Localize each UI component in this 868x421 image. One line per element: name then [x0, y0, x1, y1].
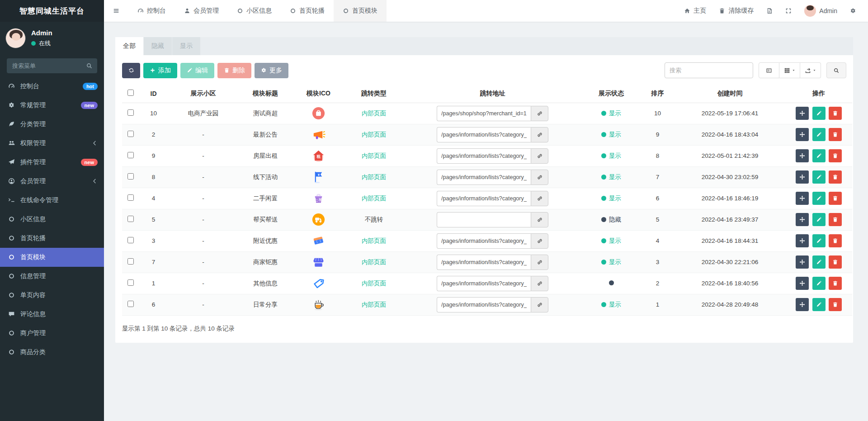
jump-url-input[interactable] — [437, 148, 531, 164]
row-checkbox[interactable] — [127, 109, 134, 116]
drag-sort-button[interactable] — [796, 298, 809, 311]
row-delete-button[interactable] — [829, 170, 842, 184]
row-edit-button[interactable] — [812, 107, 826, 120]
sidebar-item-6[interactable]: 会员管理 — [0, 172, 104, 191]
sidebar-search-input[interactable] — [7, 58, 97, 73]
link-button[interactable] — [531, 276, 548, 291]
drag-sort-button[interactable] — [796, 170, 809, 184]
jump-url-input[interactable] — [437, 106, 531, 121]
link-button[interactable] — [531, 148, 548, 164]
row-delete-button[interactable] — [829, 255, 842, 269]
detail-view-button[interactable] — [759, 62, 779, 78]
sidebar-item-4[interactable]: 权限管理 — [0, 134, 104, 153]
link-button[interactable] — [531, 170, 548, 185]
row-delete-button[interactable] — [829, 107, 842, 120]
drag-sort-button[interactable] — [796, 213, 809, 226]
sidebar-item-12[interactable]: 单页内容 — [0, 286, 104, 305]
row-delete-button[interactable] — [829, 277, 842, 290]
drag-sort-button[interactable] — [796, 234, 809, 247]
row-edit-button[interactable] — [812, 298, 826, 311]
row-delete-button[interactable] — [829, 213, 842, 226]
columns-button[interactable] — [779, 62, 800, 78]
sidebar-item-8[interactable]: 小区信息 — [0, 210, 104, 229]
row-checkbox[interactable] — [127, 237, 134, 243]
row-edit-button[interactable] — [812, 213, 826, 226]
sidebar-item-15[interactable]: 商品分类 — [0, 343, 104, 362]
row-delete-button[interactable] — [829, 192, 842, 205]
filter-tab-1[interactable]: 全部 — [115, 37, 144, 55]
nav-tab-5[interactable]: 首页模块 — [334, 0, 387, 22]
row-checkbox[interactable] — [127, 131, 134, 137]
row-delete-button[interactable] — [829, 298, 842, 311]
add-button[interactable]: 添加 — [143, 63, 177, 78]
drag-sort-button[interactable] — [796, 149, 809, 162]
sidebar-item-2[interactable]: 常规管理new — [0, 96, 104, 115]
sidebar-item-5[interactable]: 插件管理new — [0, 153, 104, 172]
sidebar-item-11[interactable]: 信息管理 — [0, 267, 104, 286]
link-button[interactable] — [531, 255, 548, 270]
row-checkbox[interactable] — [127, 279, 134, 286]
nav-tab-2[interactable]: 会员管理 — [175, 0, 228, 22]
jump-url-input[interactable] — [437, 297, 531, 312]
jump-url-input[interactable] — [437, 170, 531, 185]
row-checkbox[interactable] — [127, 301, 134, 307]
sidebar-item-7[interactable]: 在线命令管理 — [0, 191, 104, 210]
delete-button[interactable]: 删除 — [217, 63, 251, 78]
search-toggle-button[interactable] — [826, 62, 846, 78]
sidebar-item-1[interactable]: 控制台hot — [0, 77, 104, 96]
row-edit-button[interactable] — [812, 170, 826, 184]
row-edit-button[interactable] — [812, 128, 826, 141]
clear-cache-button[interactable]: 清除缓存 — [712, 0, 760, 22]
nav-tab-1[interactable]: 控制台 — [128, 0, 175, 22]
jump-url-input[interactable] — [437, 276, 531, 291]
row-delete-button[interactable] — [829, 128, 842, 141]
row-checkbox[interactable] — [127, 216, 134, 222]
export-button[interactable] — [800, 62, 821, 78]
admin-menu[interactable]: Admin — [798, 0, 844, 22]
row-edit-button[interactable] — [812, 234, 826, 247]
filter-tab-3[interactable]: 显示 — [172, 37, 201, 55]
row-edit-button[interactable] — [812, 277, 826, 290]
row-delete-button[interactable] — [829, 149, 842, 162]
drag-sort-button[interactable] — [796, 107, 809, 120]
sidebar-item-13[interactable]: 评论信息 — [0, 305, 104, 324]
link-button[interactable] — [531, 106, 548, 121]
link-button[interactable] — [531, 127, 548, 142]
sidebar-toggle-button[interactable] — [104, 0, 128, 22]
drag-sort-button[interactable] — [796, 277, 809, 290]
row-checkbox[interactable] — [127, 258, 134, 265]
jump-url-input[interactable] — [437, 212, 531, 227]
row-edit-button[interactable] — [812, 192, 826, 205]
home-link[interactable]: 主页 — [678, 0, 712, 22]
link-button[interactable] — [531, 191, 548, 206]
row-edit-button[interactable] — [812, 149, 826, 162]
jump-url-input[interactable] — [437, 127, 531, 142]
link-button[interactable] — [531, 297, 548, 312]
jump-url-input[interactable] — [437, 255, 531, 270]
sidebar-item-9[interactable]: 首页轮播 — [0, 229, 104, 248]
language-button[interactable] — [760, 0, 779, 22]
fullscreen-button[interactable] — [779, 0, 798, 22]
refresh-button[interactable] — [122, 63, 140, 78]
nav-tab-4[interactable]: 首页轮播 — [281, 0, 334, 22]
drag-sort-button[interactable] — [796, 128, 809, 141]
jump-url-input[interactable] — [437, 191, 531, 206]
sidebar-item-14[interactable]: 商户管理 — [0, 324, 104, 343]
sidebar-item-10[interactable]: 首页模块 — [0, 248, 104, 267]
table-search-input[interactable] — [665, 62, 753, 78]
row-edit-button[interactable] — [812, 255, 826, 269]
more-button[interactable]: 更多 — [255, 63, 288, 78]
link-button[interactable] — [531, 233, 548, 249]
drag-sort-button[interactable] — [796, 192, 809, 205]
link-button[interactable] — [531, 212, 548, 227]
sidebar-item-3[interactable]: 分类管理 — [0, 115, 104, 134]
jump-url-input[interactable] — [437, 233, 531, 249]
row-checkbox[interactable] — [127, 152, 134, 158]
nav-tab-3[interactable]: 小区信息 — [228, 0, 281, 22]
settings-button[interactable] — [844, 0, 863, 22]
edit-button[interactable]: 编辑 — [180, 63, 214, 78]
drag-sort-button[interactable] — [796, 255, 809, 269]
row-checkbox[interactable] — [127, 194, 134, 201]
filter-tab-2[interactable]: 隐藏 — [144, 37, 172, 55]
select-all-checkbox[interactable] — [127, 90, 134, 96]
